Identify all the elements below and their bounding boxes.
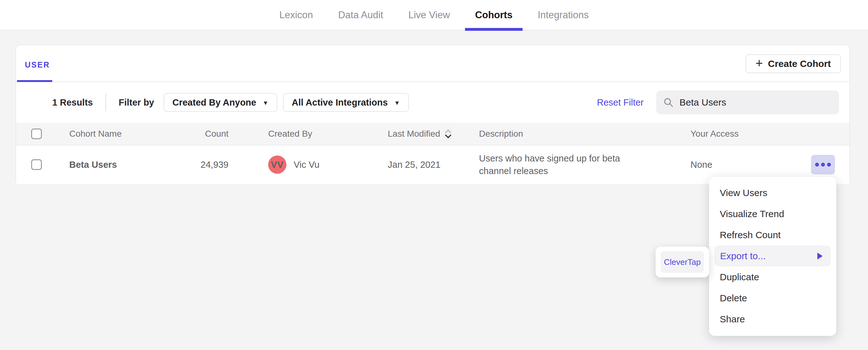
create-cohort-label: Create Cohort [768, 59, 831, 69]
top-navigation: Lexicon Data Audit Live View Cohorts Int… [0, 0, 868, 31]
ellipsis-icon [827, 163, 831, 167]
filter-by-label: Filter by [119, 97, 154, 108]
header-last-modified[interactable]: Last Modified [388, 128, 452, 140]
nav-item-label: Cohorts [475, 9, 513, 21]
create-cohort-button[interactable]: + Create Cohort [746, 55, 841, 73]
plus-icon: + [756, 57, 763, 69]
divider [105, 94, 106, 111]
menu-item-view-users[interactable]: View Users [709, 182, 836, 203]
results-count: 1 Results [52, 97, 93, 108]
menu-item-export-label: Export to... [720, 251, 766, 261]
header-description: Description [479, 129, 652, 139]
chevron-down-icon: ▼ [262, 100, 269, 106]
nav-item-cohorts[interactable]: Cohorts [475, 0, 513, 30]
access-value: None [690, 160, 712, 170]
header-count: Count [148, 129, 228, 139]
filter-bar-right: Reset Filter [597, 91, 839, 114]
ellipsis-icon [815, 163, 819, 167]
nav-item-lexicon[interactable]: Lexicon [279, 0, 313, 30]
creator-name: Vic Vu [293, 160, 319, 170]
panel-tabs-section: USER + Create Cohort [16, 45, 849, 82]
row-actions-button[interactable] [811, 155, 835, 174]
select-all-checkbox[interactable] [31, 129, 42, 139]
table-header: Cohort Name Count Created By Last Modifi… [16, 123, 849, 145]
nav-item-data-audit[interactable]: Data Audit [338, 0, 383, 30]
tab-user[interactable]: USER [25, 60, 50, 69]
header-your-access: Your Access [690, 129, 739, 139]
search-box[interactable] [656, 91, 839, 114]
header-cohort-name: Cohort Name [69, 129, 122, 139]
menu-item-visualize-trend[interactable]: Visualize Trend [709, 203, 836, 224]
ellipsis-icon [821, 163, 825, 167]
cohorts-panel: USER + Create Cohort 1 Results Filter by… [16, 45, 850, 184]
search-icon [663, 97, 674, 108]
filter-bar: 1 Results Filter by Created By Anyone ▼ … [16, 82, 849, 123]
row-checkbox[interactable] [31, 159, 42, 170]
submenu-arrow-icon [817, 253, 823, 259]
header-created-by: Created By [268, 129, 312, 139]
search-input[interactable] [680, 97, 832, 108]
active-tab-underline [465, 28, 523, 31]
integrations-dropdown-value: All Active Integrations [292, 97, 388, 108]
reset-filter-link[interactable]: Reset Filter [597, 97, 644, 108]
cohort-name-link[interactable]: Beta Users [69, 160, 117, 170]
menu-item-export-to[interactable]: Export to... [714, 245, 831, 267]
menu-item-share[interactable]: Share [709, 309, 836, 329]
nav-item-live-view[interactable]: Live View [408, 0, 450, 30]
created-by-dropdown-value: Created By Anyone [173, 97, 256, 108]
cohort-count: 24,939 [148, 160, 228, 170]
menu-item-duplicate[interactable]: Duplicate [709, 267, 836, 287]
menu-item-delete[interactable]: Delete [709, 287, 836, 309]
last-modified-value: Jan 25, 2021 [388, 160, 441, 170]
created-by-dropdown[interactable]: Created By Anyone ▼ [164, 93, 277, 112]
integrations-dropdown[interactable]: All Active Integrations ▼ [283, 93, 409, 112]
chevron-down-icon: ▼ [394, 100, 400, 106]
row-actions-menu: View Users Visualize Trend Refresh Count… [709, 177, 836, 336]
cohort-description: Users who have signed up for beta channe… [479, 152, 652, 177]
submenu-item-clevertap[interactable]: CleverTap [660, 251, 704, 273]
nav-item-integrations[interactable]: Integrations [537, 0, 589, 30]
menu-item-refresh-count[interactable]: Refresh Count [709, 224, 836, 245]
export-submenu: CleverTap [656, 247, 709, 277]
avatar: VV [268, 155, 286, 174]
sort-icon[interactable] [444, 128, 452, 140]
header-last-modified-label: Last Modified [388, 129, 440, 139]
